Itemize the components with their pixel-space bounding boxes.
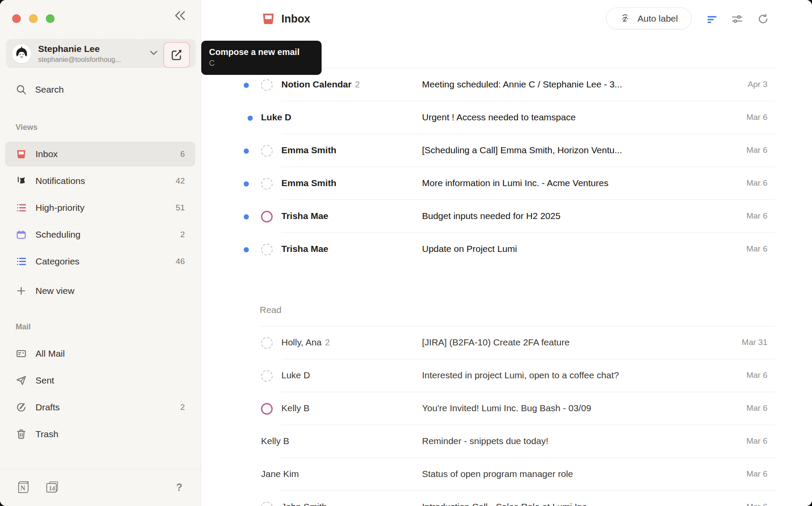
sliders-button[interactable] [729, 11, 745, 27]
views-list: Inbox 6 Notifications 42 High-priority 5… [5, 142, 195, 276]
email-date: Mar 31 [742, 338, 767, 347]
email-row[interactable]: Emma Smith More information in Lumi Inc.… [201, 167, 812, 200]
email-row[interactable]: Kelly B Reminder - snippets due today! M… [201, 425, 812, 458]
item-count: 2 [180, 403, 185, 412]
email-row[interactable]: Jane Kim Status of open program manager … [201, 458, 812, 491]
minimize-window-button[interactable] [29, 14, 38, 23]
sidebar-item-all-mail[interactable]: All Mail [5, 341, 195, 366]
email-row[interactable]: Holly, Ana2 [JIRA] (B2FA-10) Create 2FA … [201, 326, 812, 359]
notion-app-icon[interactable]: N [16, 480, 31, 495]
sidebar-item-categories[interactable]: Categories 46 [5, 249, 195, 274]
collapse-sidebar-icon[interactable] [171, 7, 189, 24]
read-section-header: Read [260, 305, 281, 315]
email-sender: Notion Calendar2 [281, 79, 360, 90]
calendar-icon [16, 229, 27, 240]
sidebar-item-drafts[interactable]: Drafts 2 [5, 395, 195, 420]
search-button[interactable]: Search [5, 77, 196, 102]
email-subject: Update on Project Lumi [422, 244, 517, 254]
tooltip-shortcut: C [209, 58, 314, 68]
email-subject: More information in Lumi Inc. - Acme Ven… [422, 178, 609, 188]
profile-info: Stephanie Lee stephanie@toolsforthoug... [38, 43, 121, 64]
email-sender: Emma Smith [281, 145, 336, 155]
email-row[interactable]: Luke D Interested in project Lumi, open … [201, 359, 812, 392]
item-count: 6 [180, 149, 185, 159]
chevron-down-icon [150, 50, 158, 55]
all-mail-icon [16, 348, 27, 359]
zoom-window-button[interactable] [46, 14, 55, 23]
item-count: 2 [180, 230, 185, 239]
sidebar-item-trash[interactable]: Trash [5, 422, 195, 447]
email-subject: [JIRA] (B2FA-10) Create 2FA feature [422, 337, 570, 348]
search-icon [16, 84, 27, 95]
sidebar-item-sent[interactable]: Sent [5, 368, 195, 393]
avatar-placeholder-icon[interactable] [261, 244, 273, 255]
email-row[interactable]: Trisha Mae Update on Project Lumi Mar 6 [201, 233, 812, 266]
new-view-button[interactable]: New view [5, 278, 195, 303]
email-date: Mar 6 [746, 502, 767, 506]
compose-button[interactable] [163, 42, 190, 68]
views-section-label: Views [16, 123, 38, 132]
sidebar-item-notifications[interactable]: Notifications 42 [5, 168, 195, 193]
tooltip-label: Compose a new email [209, 46, 314, 58]
email-subject: Budget inputs needed for H2 2025 [422, 211, 561, 221]
mail-list: All Mail Sent Drafts 2 Trash [5, 341, 195, 448]
email-subject: Reminder - snippets due today! [422, 436, 548, 446]
avatar [12, 44, 31, 63]
inbox-icon [16, 148, 27, 160]
email-subject: Status of open program manager role [422, 469, 573, 479]
email-subject: Urgent ! Access needed to teamspace [422, 112, 576, 122]
avatar-placeholder-icon[interactable] [261, 502, 273, 506]
read-email-list: Holly, Ana2 [JIRA] (B2FA-10) Create 2FA … [201, 326, 812, 506]
sidebar: Stephanie Lee stephanie@toolsforthoug...… [0, 0, 201, 506]
avatar-placeholder-icon[interactable] [261, 370, 273, 382]
email-row[interactable]: Trisha Mae Budget inputs needed for H2 2… [201, 200, 812, 233]
sidebar-item-high-priority[interactable]: High-priority 51 [5, 195, 195, 220]
avatar-placeholder-icon[interactable] [261, 211, 273, 222]
unread-dot-icon [248, 116, 253, 121]
email-sender: Luke D [261, 112, 291, 122]
item-count: 51 [176, 203, 185, 213]
email-date: Mar 6 [746, 403, 767, 413]
email-row[interactable]: Luke D Urgent ! Access needed to teamspa… [201, 101, 812, 134]
close-window-button[interactable] [12, 14, 21, 23]
list-blue-icon [16, 256, 27, 267]
sliders-icon [731, 13, 743, 25]
svg-text:14: 14 [49, 485, 55, 492]
email-row[interactable]: John Smith Introduction Call - Sales Rol… [201, 491, 812, 506]
refresh-button[interactable] [755, 11, 771, 27]
avatar-placeholder-icon[interactable] [261, 178, 273, 190]
sidebar-item-scheduling[interactable]: Scheduling 2 [5, 222, 195, 247]
unread-dot-icon [244, 214, 249, 219]
sidebar-bottom-bar: N 14 [16, 480, 60, 495]
email-sender: Kelly B [281, 403, 309, 413]
email-sender: Trisha Mae [281, 211, 329, 221]
avatar-placeholder-icon[interactable] [261, 79, 273, 91]
avatar-placeholder-icon[interactable] [261, 145, 273, 157]
help-button[interactable]: ? [171, 480, 187, 495]
email-date: Mar 6 [746, 244, 767, 254]
auto-label-button[interactable]: Auto label [606, 7, 692, 29]
auto-label-icon [620, 13, 632, 25]
compose-tooltip: Compose a new email C [201, 41, 322, 75]
email-row[interactable]: Kelly B You're Invited! Lumi Inc. Bug Ba… [201, 392, 812, 425]
help-icon: ? [176, 482, 182, 493]
list-pink-icon [16, 202, 27, 213]
account-switcher[interactable]: Stephanie Lee stephanie@toolsforthoug... [6, 39, 196, 68]
filter-button[interactable] [704, 11, 720, 27]
sidebar-item-inbox[interactable]: Inbox 6 [5, 142, 195, 167]
sent-icon [16, 375, 27, 386]
sidebar-item-label: All Mail [35, 348, 65, 359]
unread-dot-icon [244, 83, 249, 88]
email-subject: [Scheduling a Call] Emma Smith, Horizon … [422, 145, 622, 155]
avatar-placeholder-icon[interactable] [261, 337, 273, 349]
notion-calendar-app-icon[interactable]: 14 [44, 480, 60, 495]
main-panel: Inbox Auto label [201, 0, 812, 506]
avatar-placeholder-icon[interactable] [261, 403, 273, 415]
email-sender: Jane Kim [261, 469, 299, 479]
email-sender: Emma Smith [281, 178, 336, 188]
email-sender: Luke D [281, 370, 310, 380]
email-row[interactable]: Emma Smith [Scheduling a Call] Emma Smit… [201, 134, 812, 167]
notifications-icon [16, 175, 27, 187]
search-label: Search [35, 84, 64, 95]
refresh-icon [757, 13, 769, 25]
